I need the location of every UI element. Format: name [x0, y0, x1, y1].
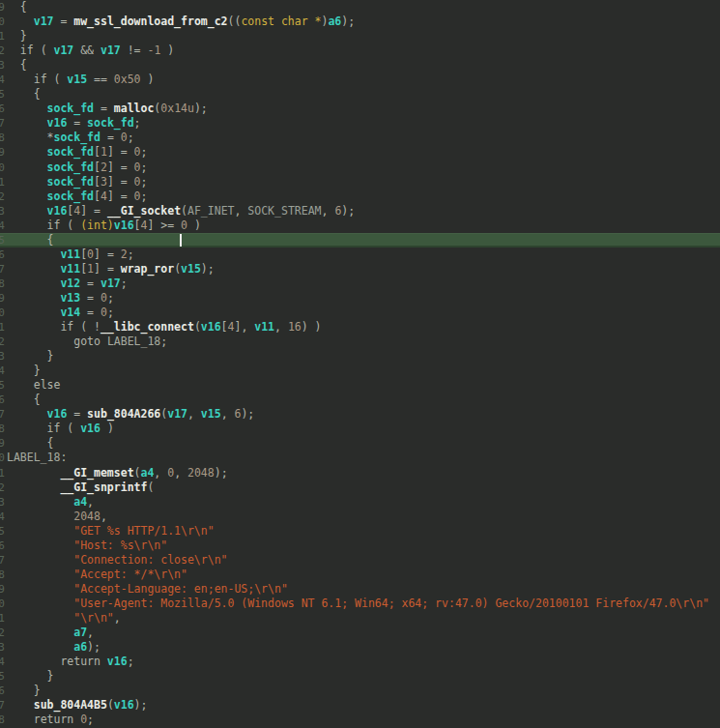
code-line[interactable]: 91 if ( !__libc_connect(v16[4], v11, 16)…: [0, 320, 720, 335]
token-v: sock_fd: [47, 160, 94, 174]
code-line[interactable]: 104 2048,: [0, 510, 720, 524]
token-n: 0x50: [114, 73, 141, 86]
code-line[interactable]: 77 v16 = sock_fd;: [0, 116, 720, 131]
code-text: if ( v16 ): [7, 422, 114, 435]
token-k: =: [67, 407, 87, 421]
code-line[interactable]: 75 {: [0, 87, 720, 102]
token-v: v15: [181, 262, 201, 276]
code-line[interactable]: 74 if ( v15 == 0x50 ): [0, 73, 720, 87]
code-line[interactable]: 106 "Host: %s\r\n": [0, 539, 720, 553]
code-text: "Connection: close\r\n": [7, 553, 228, 567]
code-text: "Host: %s\r\n": [7, 539, 167, 552]
code-line[interactable]: 97 v16 = sub_804A266(v17, v15, 6);: [0, 407, 720, 422]
token-n: 0: [121, 131, 128, 144]
line-number: 109: [0, 582, 5, 597]
token-v: sock_fd: [47, 189, 94, 203]
code-text: }: [7, 684, 41, 697]
code-line[interactable]: 100LABEL_18:: [0, 451, 720, 465]
code-line[interactable]: 81 sock_fd[3] = 0;: [0, 175, 720, 189]
token-v: v15: [201, 407, 221, 421]
code-line[interactable]: 107 "Connection: close\r\n": [0, 553, 720, 568]
code-line[interactable]: 80 sock_fd[2] = 0;: [0, 160, 720, 175]
code-line[interactable]: 70 v17 = mw_ssl_download_from_c2((const …: [0, 15, 720, 29]
code-line[interactable]: 102 __GI_snprintf(: [0, 480, 720, 495]
code-line[interactable]: 84 if ( (int)v16[4] >= 0 ): [0, 218, 720, 233]
token-n: 2: [101, 160, 107, 174]
line-number-gutter: 112: [0, 626, 6, 640]
code-line[interactable]: 111 "\r\n",: [0, 611, 720, 626]
code-line[interactable]: 99 {: [0, 436, 720, 451]
code-line[interactable]: 88 v12 = v17;: [0, 277, 720, 291]
token-k: else: [34, 378, 61, 392]
line-number-gutter: 69: [0, 0, 6, 15]
code-line[interactable]: 92 goto LABEL_18;: [0, 335, 720, 349]
line-number: 85: [0, 233, 5, 248]
code-line[interactable]: 89 v13 = 0;: [0, 291, 720, 306]
code-line[interactable]: 109 "Accept-Language: en;en-US;\r\n": [0, 582, 720, 597]
code-line[interactable]: 115 }: [0, 669, 720, 684]
code-text: sock_fd[3] = 0;: [7, 175, 147, 189]
line-number: 111: [0, 611, 5, 626]
line-number-gutter: 97: [0, 407, 6, 422]
token-v: v16: [80, 422, 101, 435]
code-line[interactable]: 103 a4,: [0, 495, 720, 510]
code-line[interactable]: 95 else: [0, 378, 720, 393]
line-number-gutter: 116: [0, 684, 6, 698]
code-line[interactable]: 94 }: [0, 364, 720, 378]
code-text: v13 = 0;: [7, 291, 114, 305]
token-k: =: [80, 291, 101, 305]
code-text: LABEL_18:: [7, 451, 67, 464]
code-line[interactable]: 90 v14 = 0;: [0, 306, 720, 320]
token-k: =: [94, 102, 114, 115]
token-k: &&: [73, 44, 101, 57]
code-line[interactable]: 87 v11[1] = wrap_ror(v15);: [0, 262, 720, 277]
code-line[interactable]: 114 return v16;: [0, 655, 720, 669]
code-line[interactable]: 83 v16[4] = __GI_socket(AF_INET, SOCK_ST…: [0, 204, 720, 218]
code-line[interactable]: 76 sock_fd = malloc(0x14u);: [0, 102, 720, 116]
code-line[interactable]: 93 }: [0, 349, 720, 364]
code-line[interactable]: 98 if ( v16 ): [0, 422, 720, 436]
code-text: {: [7, 87, 41, 101]
line-number: 100: [0, 451, 5, 465]
code-line[interactable]: 117 sub_804A4B5(v16);: [0, 698, 720, 713]
token-v: v11: [254, 320, 274, 334]
token-n: 1: [87, 262, 94, 276]
code-text: __GI_snprintf(: [7, 480, 154, 494]
token-k: {: [34, 393, 41, 406]
code-line[interactable]: 86 v11[0] = 2;: [0, 248, 720, 262]
token-k: }: [47, 349, 54, 363]
line-number-gutter: 115: [0, 669, 6, 684]
token-f: __libc_connect: [101, 320, 194, 334]
token-s: "Host: %s\r\n": [73, 539, 167, 552]
line-number: 92: [0, 335, 5, 349]
line-number: 98: [0, 422, 5, 436]
code-line[interactable]: 113 a6);: [0, 640, 720, 655]
code-line-highlighted[interactable]: 85 {: [0, 233, 720, 248]
code-line[interactable]: 101 __GI_memset(a4, 0, 2048);: [0, 466, 720, 480]
code-line[interactable]: 71 }: [0, 29, 720, 44]
code-line[interactable]: 112 a7,: [0, 626, 720, 640]
code-line[interactable]: 118 return 0;: [0, 713, 720, 727]
line-number: 90: [0, 306, 5, 320]
code-text: {: [7, 0, 27, 14]
code-line[interactable]: 69 {: [0, 0, 720, 15]
code-line[interactable]: 79 sock_fd[1] = 0;: [0, 145, 720, 160]
token-n: 0: [134, 160, 141, 174]
code-line[interactable]: 82 sock_fd[4] = 0;: [0, 189, 720, 204]
token-n: 2048: [73, 510, 101, 523]
code-line[interactable]: 78 *sock_fd = 0;: [0, 131, 720, 145]
line-number-gutter: 101: [0, 466, 6, 480]
code-line[interactable]: 110 "User-Agent: Mozilla/5.0 (Windows NT…: [0, 597, 720, 611]
code-line[interactable]: 72 if ( v17 && v17 != -1 ): [0, 44, 720, 58]
token-k: goto: [73, 335, 107, 348]
line-number-gutter: 83: [0, 204, 6, 218]
code-line[interactable]: 105 "GET %s HTTP/1.1\r\n": [0, 524, 720, 539]
code-text: {: [7, 233, 53, 247]
code-line[interactable]: 108 "Accept: */*\r\n": [0, 568, 720, 582]
code-line[interactable]: 96 {: [0, 393, 720, 407]
code-line[interactable]: 73 {: [0, 58, 720, 73]
token-k: );: [241, 407, 254, 421]
line-number: 72: [0, 44, 5, 58]
token-k: ] =: [94, 262, 121, 276]
code-line[interactable]: 116 }: [0, 684, 720, 698]
